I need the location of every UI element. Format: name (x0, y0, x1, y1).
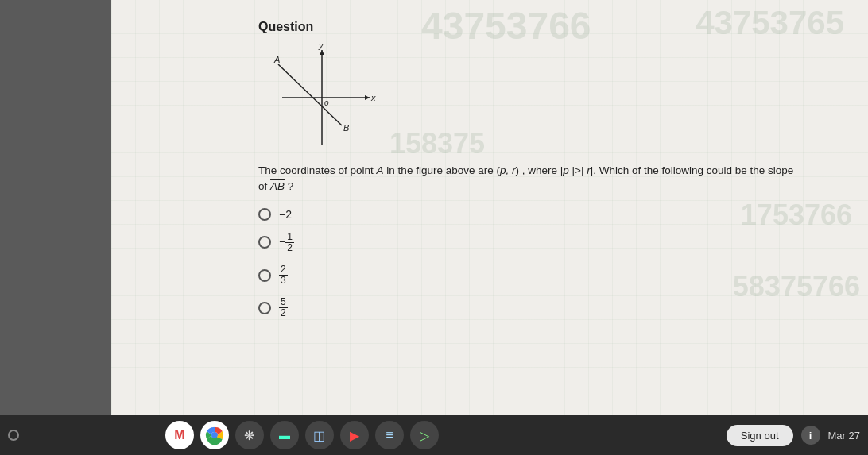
choice-b-label: −12 (279, 232, 294, 253)
svg-line-4 (278, 64, 342, 125)
taskbar-icons: M ❋ ▬ ◫ ▶ ≡ ▷ (165, 421, 439, 449)
sign-out-button[interactable]: Sign out (727, 425, 793, 446)
taskbar-date: Mar 27 (828, 430, 860, 442)
radio-d[interactable] (258, 302, 271, 314)
question-text: The coordinates of point A in the figure… (258, 163, 799, 195)
question-body-part2: ? (285, 180, 293, 192)
classroom-icon[interactable]: ◫ (305, 421, 334, 449)
radio-c[interactable] (258, 269, 271, 282)
svg-text:x: x (370, 93, 376, 102)
docs-icon[interactable]: ≡ (375, 421, 404, 449)
svg-text:A: A (273, 55, 280, 64)
question-ab: AB (270, 180, 285, 192)
choice-b[interactable]: −12 (258, 232, 832, 253)
taskbar-circle (8, 430, 19, 441)
apps-icon[interactable]: ❋ (235, 421, 264, 449)
question-container: Question y x A B o (246, 8, 844, 331)
svg-marker-3 (320, 50, 324, 55)
youtube-icon[interactable]: ▶ (340, 421, 369, 449)
taskbar: M ❋ ▬ ◫ ▶ ≡ ▷ Sign out i Mar 27 (0, 415, 868, 455)
answer-choices: −2 −12 23 52 (258, 208, 832, 319)
left-sidebar (0, 0, 111, 415)
radio-b[interactable] (258, 236, 271, 249)
question-body-part1: The coordinates of point A in the figure… (258, 164, 793, 192)
svg-marker-1 (365, 95, 370, 100)
svg-text:y: y (318, 42, 324, 50)
main-content: 43753766 43753765 158375 1753766 5837576… (111, 0, 868, 415)
choice-c[interactable]: 23 (258, 264, 832, 286)
coordinate-diagram: y x A B o (258, 42, 386, 153)
svg-text:B: B (343, 123, 349, 133)
choice-a-label: −2 (279, 208, 292, 221)
info-icon[interactable]: i (801, 426, 820, 445)
choice-c-label: 23 (279, 264, 288, 286)
play-store-icon[interactable]: ▷ (410, 421, 439, 449)
question-title: Question (258, 20, 832, 34)
choice-d-label: 52 (279, 297, 288, 318)
choice-d[interactable]: 52 (258, 297, 832, 318)
svg-text:o: o (324, 98, 329, 107)
chrome-icon[interactable] (200, 421, 229, 449)
gmail-icon[interactable]: M (165, 421, 194, 449)
meet-icon[interactable]: ▬ (270, 421, 299, 449)
radio-a[interactable] (258, 208, 271, 221)
choice-a[interactable]: −2 (258, 208, 832, 221)
taskbar-right: Sign out i Mar 27 (727, 425, 860, 446)
